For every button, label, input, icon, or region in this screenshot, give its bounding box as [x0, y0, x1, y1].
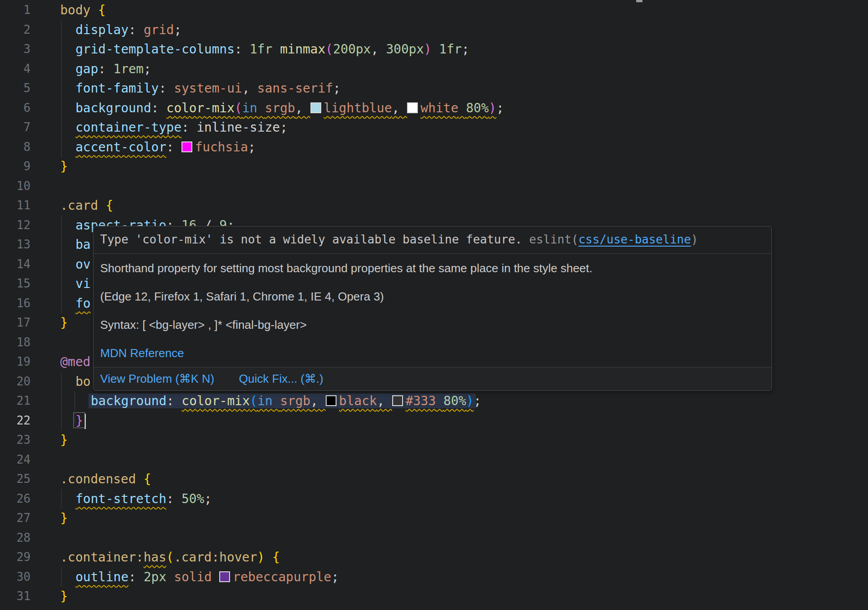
code-line[interactable]: 22}	[0, 411, 868, 431]
code-token: in	[242, 101, 257, 115]
code-token: 1fr	[439, 42, 462, 57]
code-token: (	[325, 42, 333, 57]
warning-squiggle: fo	[75, 296, 91, 311]
hover-description: Shorthand property for setting most back…	[100, 261, 765, 275]
warning-squiggle: color-mix	[166, 101, 235, 115]
line-number: 19	[0, 352, 31, 372]
indent-guide	[75, 391, 75, 424]
code-line[interactable]: 6background: color-mix(in srgb, lightblu…	[0, 98, 868, 118]
line-number: 3	[0, 40, 31, 59]
color-swatch[interactable]	[182, 141, 192, 152]
code-line[interactable]: 30outline: 2px solid rebeccapurple;	[0, 567, 868, 587]
code-token: sans-serif	[257, 81, 333, 96]
code-token: ,	[310, 393, 326, 408]
code-line[interactable]: 23}	[0, 430, 868, 450]
code-line[interactable]: 29.container:has(.card:hover) {	[0, 548, 868, 567]
code-token: 300px	[386, 42, 424, 57]
line-number: 28	[0, 528, 31, 548]
code-token: )	[424, 42, 432, 57]
code-token: 2px	[144, 570, 167, 584]
indent-guide	[61, 216, 62, 313]
clipped-text-artifact	[636, 0, 642, 2]
code-token: )	[257, 550, 265, 565]
warning-squiggle	[257, 101, 265, 115]
line-number: 8	[0, 137, 31, 157]
line-number: 12	[0, 216, 31, 235]
line-number: 29	[0, 548, 31, 567]
indent-guide	[61, 372, 62, 430]
line-number: 9	[0, 157, 31, 177]
code-line[interactable]: 28	[0, 528, 868, 548]
warning-squiggle: in	[242, 101, 257, 115]
code-text: accent-color: fuchsia;	[75, 137, 256, 157]
line-number: 30	[0, 567, 31, 587]
code-text: }	[60, 508, 68, 528]
code-text: background: color-mix(in srgb, lightblue…	[75, 98, 504, 118]
line-number: 2	[0, 20, 31, 40]
code-line[interactable]: 25.condensed {	[0, 469, 868, 489]
code-text: font-stretch: 50%;	[75, 489, 212, 509]
code-text: vi	[75, 274, 91, 294]
code-line[interactable]: 4gap: 1rem;	[0, 59, 868, 79]
code-line[interactable]: 8accent-color: fuchsia;	[0, 137, 868, 157]
code-token: font-family	[75, 81, 159, 96]
code-line[interactable]: 24	[0, 450, 868, 470]
code-line[interactable]: 26font-stretch: 50%;	[0, 489, 868, 509]
warning-squiggle: lightblue	[324, 101, 392, 115]
warning-squiggle	[407, 101, 421, 115]
code-line[interactable]: 2display: grid;	[0, 20, 868, 40]
view-problem-button[interactable]: View Problem (⌘K N)	[100, 372, 214, 386]
code-token: }	[60, 315, 68, 330]
code-token: accent-color	[75, 140, 166, 155]
browser-support: (Edge 12, Firefox 1, Safari 1, Chrome 1,…	[100, 289, 765, 304]
line-number: 14	[0, 255, 31, 274]
code-line[interactable]: 3grid-template-columns: 1fr minmax(200px…	[0, 40, 868, 59]
code-text: }	[60, 587, 68, 606]
code-line[interactable]: 21background: color-mix(in srgb, black, …	[0, 391, 868, 411]
code-line[interactable]: 27}	[0, 508, 868, 528]
warning-squiggle: color-mix(in srgb, black, #333 80%)	[182, 393, 474, 408]
code-token: display	[75, 22, 128, 37]
color-swatch[interactable]	[407, 102, 418, 113]
code-token: :	[182, 120, 197, 135]
code-editor[interactable]: 1body {2display: grid;3grid-template-col…	[0, 0, 868, 610]
code-token: ;	[248, 140, 256, 155]
warning-squiggle: (	[235, 101, 242, 115]
code-line[interactable]: 5font-family: system-ui, sans-serif;	[0, 79, 868, 98]
code-line[interactable]: 11.card {	[0, 196, 868, 216]
code-text: fo	[75, 294, 91, 314]
code-token: lightblue	[324, 101, 392, 115]
code-token	[212, 570, 219, 584]
quick-fix-button[interactable]: Quick Fix... (⌘.)	[239, 372, 323, 386]
eslint-rule-link[interactable]: css/use-baseline	[578, 233, 691, 246]
mdn-reference-link[interactable]: MDN Reference	[100, 346, 184, 360]
code-token: :	[128, 22, 144, 37]
code-token: ;	[333, 81, 341, 96]
code-line[interactable]: 9}	[0, 157, 868, 177]
code-line[interactable]: 31}	[0, 587, 868, 606]
code-token: inline-size	[197, 120, 280, 135]
code-token: grid	[144, 22, 174, 37]
code-token: system-ui	[174, 81, 242, 96]
warning-squiggle	[310, 101, 324, 115]
color-swatch[interactable]	[310, 102, 321, 113]
color-swatch[interactable]	[392, 395, 403, 406]
color-swatch[interactable]	[326, 395, 337, 406]
code-text: body {	[60, 0, 106, 20]
code-text: }	[60, 430, 68, 450]
code-token: 50%	[182, 491, 204, 506]
code-token: ;	[496, 101, 504, 115]
color-swatch[interactable]	[219, 571, 230, 582]
code-token: font-stretch	[75, 491, 166, 506]
code-token: ,	[377, 393, 392, 408]
code-token: 200px	[333, 42, 371, 57]
code-line[interactable]: 7container-type: inline-size;	[0, 118, 868, 137]
bracket-match-box: }	[75, 413, 83, 428]
code-token: :	[128, 570, 144, 584]
warning-squiggle: white	[421, 101, 458, 115]
code-line[interactable]: 10	[0, 177, 868, 196]
warning-squiggle: srgb	[265, 101, 295, 115]
code-line[interactable]: 1body {	[0, 0, 868, 20]
code-token: color-mix	[166, 101, 235, 115]
code-token: rebeccapurple	[233, 570, 331, 584]
